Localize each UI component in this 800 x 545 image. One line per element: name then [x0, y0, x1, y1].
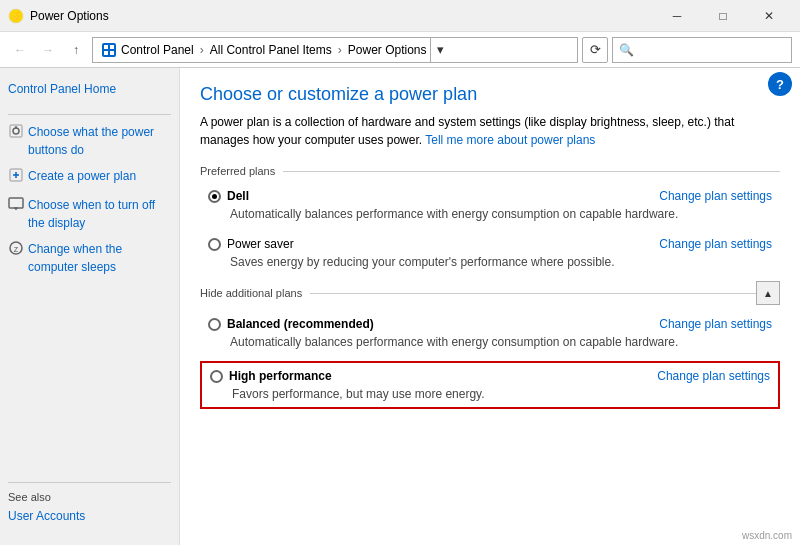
page-title: Choose or customize a power plan	[200, 84, 780, 105]
sidebar-label-power-buttons: Choose what the power buttons do	[28, 123, 171, 159]
plan-label-high-performance[interactable]: High performance	[210, 369, 332, 383]
breadcrumb-all-items[interactable]: All Control Panel Items	[210, 43, 332, 57]
change-plan-dell[interactable]: Change plan settings	[659, 189, 772, 203]
plan-item-power-saver: Power saver Change plan settings Saves e…	[200, 233, 780, 273]
minimize-button[interactable]: ─	[654, 0, 700, 32]
refresh-button[interactable]: ⟳	[582, 37, 608, 63]
collapse-button[interactable]: ▲	[756, 281, 780, 305]
plan-label-power-saver[interactable]: Power saver	[208, 237, 294, 251]
plan-desc-power-saver: Saves energy by reducing your computer's…	[230, 255, 772, 269]
sidebar-link-user-accounts[interactable]: User Accounts	[8, 507, 171, 525]
search-input[interactable]	[619, 43, 785, 57]
forward-button[interactable]: →	[36, 38, 60, 62]
breadcrumb-control-panel[interactable]: Control Panel	[121, 43, 194, 57]
close-button[interactable]: ✕	[746, 0, 792, 32]
watermark: wsxdn.com	[742, 530, 792, 541]
control-panel-icon	[101, 42, 117, 58]
create-plan-icon	[8, 167, 24, 188]
main-container: Control Panel Home Choose what the power…	[0, 68, 800, 545]
sidebar-link-turn-off-display[interactable]: Choose when to turn off the display	[8, 196, 171, 232]
svg-rect-5	[104, 51, 108, 55]
app-icon: ⚡	[8, 8, 24, 24]
address-bar: ← → ↑ Control Panel › All Control Panel …	[0, 32, 800, 68]
svg-rect-3	[104, 45, 108, 49]
svg-rect-6	[110, 51, 114, 55]
breadcrumb-power-options[interactable]: Power Options	[348, 43, 427, 57]
sidebar-label-create-plan: Create a power plan	[28, 167, 136, 185]
change-plan-balanced[interactable]: Change plan settings	[659, 317, 772, 331]
plan-desc-high-performance: Favors performance, but may use more ene…	[232, 387, 770, 401]
svg-text:⚡: ⚡	[10, 10, 23, 23]
plan-label-balanced[interactable]: Balanced (recommended)	[208, 317, 374, 331]
window-title: Power Options	[30, 9, 654, 23]
up-button[interactable]: ↑	[64, 38, 88, 62]
address-box: Control Panel › All Control Panel Items …	[92, 37, 578, 63]
back-button[interactable]: ←	[8, 38, 32, 62]
help-button[interactable]: ?	[768, 72, 792, 96]
svg-text:z: z	[14, 244, 19, 254]
sidebar-label-user-accounts: User Accounts	[8, 507, 85, 525]
sidebar-label-computer-sleeps: Change when the computer sleeps	[28, 240, 171, 276]
radio-balanced[interactable]	[208, 318, 221, 331]
window-controls: ─ □ ✕	[654, 0, 792, 32]
change-plan-high-performance[interactable]: Change plan settings	[657, 369, 770, 383]
hide-additional-section: Hide additional plans ▲	[200, 281, 780, 305]
radio-high-performance[interactable]	[210, 370, 223, 383]
content-description: A power plan is a collection of hardware…	[200, 113, 780, 149]
sidebar: Control Panel Home Choose what the power…	[0, 68, 180, 545]
sidebar-label-turn-off-display: Choose when to turn off the display	[28, 196, 171, 232]
plan-item-dell: Dell Change plan settings Automatically …	[200, 185, 780, 225]
plan-item-high-performance: High performance Change plan settings Fa…	[200, 361, 780, 409]
radio-power-saver[interactable]	[208, 238, 221, 251]
sidebar-divider	[8, 114, 171, 115]
content-area: Choose or customize a power plan A power…	[180, 68, 800, 545]
svg-rect-13	[9, 198, 23, 208]
title-bar: ⚡ Power Options ─ □ ✕	[0, 0, 800, 32]
power-buttons-icon	[8, 123, 24, 144]
plan-item-balanced: Balanced (recommended) Change plan setti…	[200, 313, 780, 353]
sleep-icon: z	[8, 240, 24, 261]
search-box[interactable]	[612, 37, 792, 63]
more-info-link[interactable]: Tell me more about power plans	[425, 133, 595, 147]
radio-dell[interactable]	[208, 190, 221, 203]
plan-label-dell[interactable]: Dell	[208, 189, 249, 203]
preferred-plans-header: Preferred plans	[200, 165, 780, 177]
svg-rect-4	[110, 45, 114, 49]
sidebar-bottom-divider	[8, 482, 171, 483]
change-plan-power-saver[interactable]: Change plan settings	[659, 237, 772, 251]
see-also-label: See also	[8, 491, 171, 503]
plan-desc-balanced: Automatically balances performance with …	[230, 335, 772, 349]
sidebar-home-link[interactable]: Control Panel Home	[8, 80, 171, 98]
sidebar-link-create-plan[interactable]: Create a power plan	[8, 167, 171, 188]
plan-desc-dell: Automatically balances performance with …	[230, 207, 772, 221]
sidebar-link-power-buttons[interactable]: Choose what the power buttons do	[8, 123, 171, 159]
address-dropdown-button[interactable]: ▾	[430, 37, 450, 63]
display-icon	[8, 196, 24, 217]
maximize-button[interactable]: □	[700, 0, 746, 32]
sidebar-link-computer-sleeps[interactable]: z Change when the computer sleeps	[8, 240, 171, 276]
